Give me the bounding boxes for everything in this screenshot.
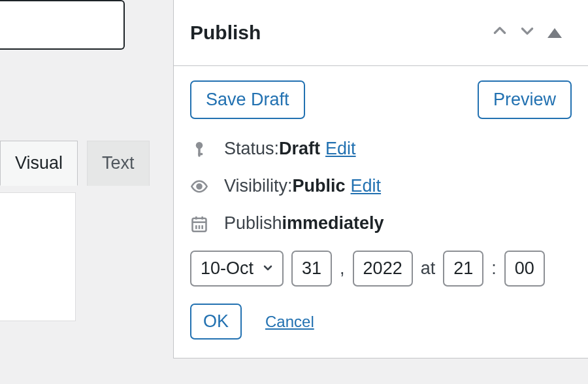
visibility-value: Public <box>293 176 346 196</box>
tab-visual[interactable]: Visual <box>0 141 78 186</box>
chevron-down-icon <box>519 22 536 43</box>
svg-rect-2 <box>198 152 203 155</box>
triangle-up-icon <box>547 28 562 38</box>
eye-icon <box>190 177 208 196</box>
publish-title: Publish <box>190 22 486 44</box>
visibility-row: Visibility: Public Edit <box>190 176 572 196</box>
move-up-button[interactable] <box>486 19 514 46</box>
at-label: at <box>421 258 436 279</box>
publish-body: Save Draft Preview Status: Draft Edit Vi… <box>174 66 588 358</box>
minute-input[interactable]: 00 <box>504 251 545 287</box>
date-editor: 10-Oct 31 , 2022 at 21 : 00 <box>190 251 572 287</box>
svg-point-3 <box>197 184 202 188</box>
hour-input[interactable]: 21 <box>443 251 483 287</box>
chevron-down-icon <box>261 258 274 279</box>
chevron-up-icon <box>491 22 508 43</box>
editor-tabs: Visual Text <box>0 141 150 186</box>
title-input-fragment[interactable] <box>0 0 125 50</box>
status-edit-link[interactable]: Edit <box>325 139 356 159</box>
date-separator: , <box>340 258 345 279</box>
preview-button[interactable]: Preview <box>478 80 572 119</box>
date-confirm: OK Cancel <box>190 304 572 340</box>
visibility-label: Visibility: <box>224 176 293 196</box>
day-input[interactable]: 31 <box>291 251 332 287</box>
cancel-link[interactable]: Cancel <box>265 313 314 331</box>
key-icon <box>190 140 208 158</box>
toggle-panel-button[interactable] <box>541 19 568 46</box>
publish-actions: Save Draft Preview <box>190 80 572 119</box>
status-label: Status: <box>224 139 279 159</box>
svg-rect-4 <box>193 218 206 231</box>
tab-text[interactable]: Text <box>87 141 150 186</box>
editor-content-fragment[interactable] <box>0 192 76 321</box>
month-select[interactable]: 10-Oct <box>190 251 284 287</box>
schedule-row: Publish immediately <box>190 213 572 234</box>
publish-metabox: Publish Save Draft Preview Status: Draft <box>173 0 588 358</box>
save-draft-button[interactable]: Save Draft <box>190 80 305 119</box>
visibility-edit-link[interactable]: Edit <box>351 176 382 196</box>
schedule-label: Publish <box>224 213 282 234</box>
time-colon: : <box>491 258 497 279</box>
calendar-icon <box>190 215 208 233</box>
year-input[interactable]: 2022 <box>353 251 413 287</box>
publish-header: Publish <box>174 0 588 66</box>
svg-rect-1 <box>198 147 201 156</box>
status-value: Draft <box>279 139 320 159</box>
status-row: Status: Draft Edit <box>190 139 572 159</box>
move-down-button[interactable] <box>514 19 541 46</box>
month-value: 10-Oct <box>201 258 253 279</box>
schedule-value: immediately <box>282 213 384 234</box>
ok-button[interactable]: OK <box>190 304 242 340</box>
